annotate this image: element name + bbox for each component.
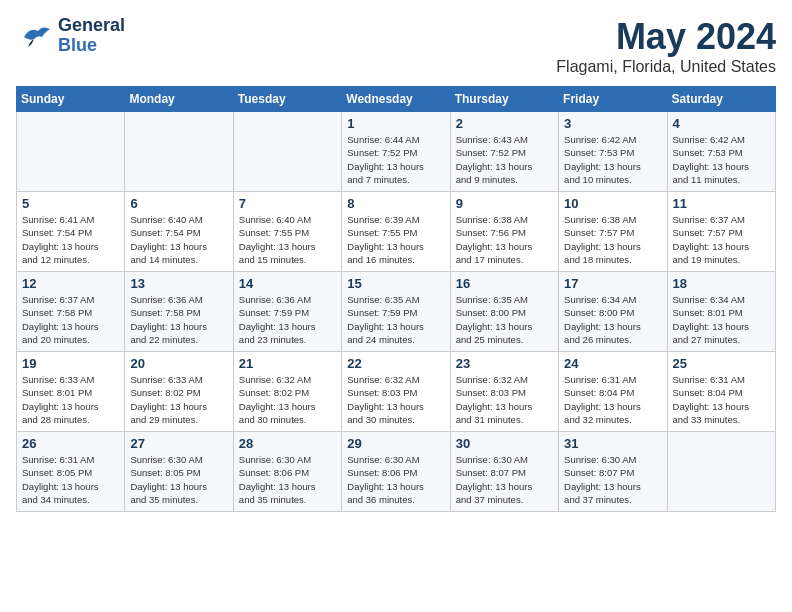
weekday-header-row: SundayMondayTuesdayWednesdayThursdayFrid…: [17, 87, 776, 112]
day-number: 5: [22, 196, 119, 211]
table-cell: 12Sunrise: 6:37 AM Sunset: 7:58 PM Dayli…: [17, 272, 125, 352]
week-row-5: 26Sunrise: 6:31 AM Sunset: 8:05 PM Dayli…: [17, 432, 776, 512]
table-cell: 5Sunrise: 6:41 AM Sunset: 7:54 PM Daylig…: [17, 192, 125, 272]
table-cell: [667, 432, 775, 512]
cell-info: Sunrise: 6:30 AM Sunset: 8:06 PM Dayligh…: [347, 453, 444, 506]
table-cell: 11Sunrise: 6:37 AM Sunset: 7:57 PM Dayli…: [667, 192, 775, 272]
cell-info: Sunrise: 6:43 AM Sunset: 7:52 PM Dayligh…: [456, 133, 553, 186]
cell-info: Sunrise: 6:30 AM Sunset: 8:07 PM Dayligh…: [456, 453, 553, 506]
day-number: 6: [130, 196, 227, 211]
day-number: 18: [673, 276, 770, 291]
cell-info: Sunrise: 6:32 AM Sunset: 8:02 PM Dayligh…: [239, 373, 336, 426]
table-cell: 18Sunrise: 6:34 AM Sunset: 8:01 PM Dayli…: [667, 272, 775, 352]
cell-info: Sunrise: 6:38 AM Sunset: 7:56 PM Dayligh…: [456, 213, 553, 266]
logo-general-text: General: [58, 16, 125, 36]
table-cell: 2Sunrise: 6:43 AM Sunset: 7:52 PM Daylig…: [450, 112, 558, 192]
table-cell: 31Sunrise: 6:30 AM Sunset: 8:07 PM Dayli…: [559, 432, 667, 512]
table-cell: 16Sunrise: 6:35 AM Sunset: 8:00 PM Dayli…: [450, 272, 558, 352]
cell-info: Sunrise: 6:41 AM Sunset: 7:54 PM Dayligh…: [22, 213, 119, 266]
cell-info: Sunrise: 6:30 AM Sunset: 8:07 PM Dayligh…: [564, 453, 661, 506]
cell-info: Sunrise: 6:39 AM Sunset: 7:55 PM Dayligh…: [347, 213, 444, 266]
table-cell: 27Sunrise: 6:30 AM Sunset: 8:05 PM Dayli…: [125, 432, 233, 512]
cell-info: Sunrise: 6:36 AM Sunset: 7:59 PM Dayligh…: [239, 293, 336, 346]
week-row-1: 1Sunrise: 6:44 AM Sunset: 7:52 PM Daylig…: [17, 112, 776, 192]
table-cell: 19Sunrise: 6:33 AM Sunset: 8:01 PM Dayli…: [17, 352, 125, 432]
header-tuesday: Tuesday: [233, 87, 341, 112]
cell-info: Sunrise: 6:31 AM Sunset: 8:05 PM Dayligh…: [22, 453, 119, 506]
day-number: 3: [564, 116, 661, 131]
cell-info: Sunrise: 6:40 AM Sunset: 7:55 PM Dayligh…: [239, 213, 336, 266]
table-cell: 24Sunrise: 6:31 AM Sunset: 8:04 PM Dayli…: [559, 352, 667, 432]
cell-info: Sunrise: 6:35 AM Sunset: 8:00 PM Dayligh…: [456, 293, 553, 346]
table-cell: 15Sunrise: 6:35 AM Sunset: 7:59 PM Dayli…: [342, 272, 450, 352]
table-cell: 22Sunrise: 6:32 AM Sunset: 8:03 PM Dayli…: [342, 352, 450, 432]
header-sunday: Sunday: [17, 87, 125, 112]
day-number: 14: [239, 276, 336, 291]
table-cell: 21Sunrise: 6:32 AM Sunset: 8:02 PM Dayli…: [233, 352, 341, 432]
table-cell: 30Sunrise: 6:30 AM Sunset: 8:07 PM Dayli…: [450, 432, 558, 512]
calendar-location: Flagami, Florida, United States: [556, 58, 776, 76]
table-cell: 9Sunrise: 6:38 AM Sunset: 7:56 PM Daylig…: [450, 192, 558, 272]
table-cell: 8Sunrise: 6:39 AM Sunset: 7:55 PM Daylig…: [342, 192, 450, 272]
cell-info: Sunrise: 6:30 AM Sunset: 8:05 PM Dayligh…: [130, 453, 227, 506]
table-cell: 4Sunrise: 6:42 AM Sunset: 7:53 PM Daylig…: [667, 112, 775, 192]
day-number: 26: [22, 436, 119, 451]
calendar-title: May 2024: [556, 16, 776, 58]
cell-info: Sunrise: 6:36 AM Sunset: 7:58 PM Dayligh…: [130, 293, 227, 346]
cell-info: Sunrise: 6:40 AM Sunset: 7:54 PM Dayligh…: [130, 213, 227, 266]
day-number: 27: [130, 436, 227, 451]
cell-info: Sunrise: 6:32 AM Sunset: 8:03 PM Dayligh…: [456, 373, 553, 426]
day-number: 19: [22, 356, 119, 371]
day-number: 17: [564, 276, 661, 291]
cell-info: Sunrise: 6:42 AM Sunset: 7:53 PM Dayligh…: [564, 133, 661, 186]
cell-info: Sunrise: 6:31 AM Sunset: 8:04 PM Dayligh…: [673, 373, 770, 426]
day-number: 30: [456, 436, 553, 451]
day-number: 16: [456, 276, 553, 291]
day-number: 12: [22, 276, 119, 291]
cell-info: Sunrise: 6:38 AM Sunset: 7:57 PM Dayligh…: [564, 213, 661, 266]
cell-info: Sunrise: 6:34 AM Sunset: 8:01 PM Dayligh…: [673, 293, 770, 346]
cell-info: Sunrise: 6:33 AM Sunset: 8:02 PM Dayligh…: [130, 373, 227, 426]
table-cell: 17Sunrise: 6:34 AM Sunset: 8:00 PM Dayli…: [559, 272, 667, 352]
header-wednesday: Wednesday: [342, 87, 450, 112]
cell-info: Sunrise: 6:37 AM Sunset: 7:58 PM Dayligh…: [22, 293, 119, 346]
day-number: 28: [239, 436, 336, 451]
day-number: 29: [347, 436, 444, 451]
table-cell: 13Sunrise: 6:36 AM Sunset: 7:58 PM Dayli…: [125, 272, 233, 352]
day-number: 13: [130, 276, 227, 291]
table-cell: 29Sunrise: 6:30 AM Sunset: 8:06 PM Dayli…: [342, 432, 450, 512]
calendar-table: SundayMondayTuesdayWednesdayThursdayFrid…: [16, 86, 776, 512]
table-cell: 1Sunrise: 6:44 AM Sunset: 7:52 PM Daylig…: [342, 112, 450, 192]
day-number: 4: [673, 116, 770, 131]
table-cell: 6Sunrise: 6:40 AM Sunset: 7:54 PM Daylig…: [125, 192, 233, 272]
table-cell: 25Sunrise: 6:31 AM Sunset: 8:04 PM Dayli…: [667, 352, 775, 432]
cell-info: Sunrise: 6:32 AM Sunset: 8:03 PM Dayligh…: [347, 373, 444, 426]
table-cell: [233, 112, 341, 192]
week-row-4: 19Sunrise: 6:33 AM Sunset: 8:01 PM Dayli…: [17, 352, 776, 432]
day-number: 20: [130, 356, 227, 371]
day-number: 25: [673, 356, 770, 371]
day-number: 10: [564, 196, 661, 211]
day-number: 2: [456, 116, 553, 131]
logo-icon: [16, 17, 54, 55]
logo-name: General Blue: [58, 16, 125, 56]
day-number: 23: [456, 356, 553, 371]
cell-info: Sunrise: 6:31 AM Sunset: 8:04 PM Dayligh…: [564, 373, 661, 426]
cell-info: Sunrise: 6:30 AM Sunset: 8:06 PM Dayligh…: [239, 453, 336, 506]
day-number: 22: [347, 356, 444, 371]
cell-info: Sunrise: 6:35 AM Sunset: 7:59 PM Dayligh…: [347, 293, 444, 346]
day-number: 31: [564, 436, 661, 451]
page-header: General Blue May 2024 Flagami, Florida, …: [16, 16, 776, 76]
logo: General Blue: [16, 16, 125, 56]
cell-info: Sunrise: 6:34 AM Sunset: 8:00 PM Dayligh…: [564, 293, 661, 346]
table-cell: 23Sunrise: 6:32 AM Sunset: 8:03 PM Dayli…: [450, 352, 558, 432]
header-monday: Monday: [125, 87, 233, 112]
header-friday: Friday: [559, 87, 667, 112]
table-cell: [17, 112, 125, 192]
week-row-3: 12Sunrise: 6:37 AM Sunset: 7:58 PM Dayli…: [17, 272, 776, 352]
logo-blue-text: Blue: [58, 36, 125, 56]
table-cell: [125, 112, 233, 192]
header-saturday: Saturday: [667, 87, 775, 112]
day-number: 9: [456, 196, 553, 211]
table-cell: 7Sunrise: 6:40 AM Sunset: 7:55 PM Daylig…: [233, 192, 341, 272]
